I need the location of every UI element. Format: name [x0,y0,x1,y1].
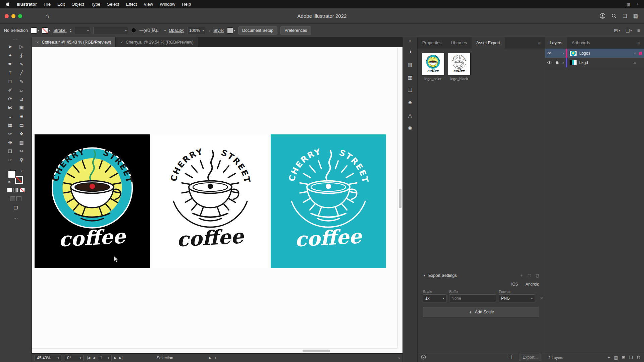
stroke-swatch[interactable]: ▾ [42,27,50,34]
expand-panels-icon[interactable]: » [409,39,411,44]
align-options-icon[interactable]: ❏▾ [626,28,632,33]
lock-icon[interactable] [554,61,560,65]
layer-thumbnail[interactable] [570,51,577,56]
export-button[interactable]: Export... [519,354,541,361]
eraser-tool[interactable]: ▱ [16,86,27,95]
menu-window[interactable]: Window [160,2,175,7]
pattern-panel-icon[interactable]: ▦ [405,72,415,82]
home-button[interactable]: ⌂ [42,11,52,21]
vertical-scrollbar[interactable] [397,47,402,348]
zoom-dropdown[interactable]: 45.43%▾ [35,355,61,361]
color-panel-icon[interactable]: ◑ [405,47,415,57]
horizontal-scrollbar-thumb[interactable] [303,350,330,352]
tab-asset-export[interactable]: Asset Export [472,37,505,49]
mesh-tool[interactable]: ▦ [4,121,16,129]
layer-name[interactable]: bkgd [579,60,632,65]
prev-artboard-icon[interactable]: ◀ [93,356,95,360]
display-status-icon[interactable]: ▥ [627,2,631,7]
rectangle-tool[interactable]: □ [4,77,16,86]
next-artboard-icon[interactable]: ▶ [114,356,117,360]
opacity-panel-link[interactable]: Opacity: [169,28,184,33]
default-fill-stroke-icon[interactable]: ▣ [8,180,11,183]
suffix-input[interactable] [449,294,496,302]
lasso-tool[interactable]: ∮ [16,51,27,60]
free-transform-tool[interactable]: ▣ [16,103,27,112]
horizontal-scrollbar[interactable] [32,348,397,353]
rotation-dropdown[interactable]: 0°▾ [65,355,84,361]
perspective-grid-tool[interactable]: ⊞ [16,112,27,121]
window-minimize-button[interactable] [11,14,15,18]
none-button[interactable] [20,188,25,192]
make-mask-icon[interactable]: ▧ [614,355,618,360]
visibility-eye-icon[interactable] [545,61,554,64]
column-graph-tool[interactable]: ▥ [16,138,27,147]
menu-file[interactable]: File [44,2,51,7]
color-button[interactable] [7,188,12,192]
duplicate-asset-icon[interactable]: ❐ [528,273,531,278]
layers-panel-menu-icon[interactable]: ≡ [633,37,644,49]
window-zoom-button[interactable] [18,14,22,18]
artboard-number-dropdown[interactable]: 1▾ [98,355,112,361]
platform-android-button[interactable]: Android [526,282,539,287]
scroll-left-icon[interactable]: ‹ [215,355,216,360]
artboard-teal[interactable] [271,134,386,268]
menu-select[interactable]: Select [107,2,119,7]
info-icon[interactable] [421,355,426,360]
width-tool[interactable]: ⋈ [4,103,16,112]
menu-app-name[interactable]: Illustrator [17,2,37,7]
export-settings-disclosure-icon[interactable]: ▼ [423,274,426,277]
gradient-tool[interactable]: ▤ [16,121,27,129]
close-tab-icon[interactable]: ✕ [120,41,123,44]
tab-artboards[interactable]: Artboards [567,37,595,49]
edit-toolbar-button[interactable]: ⋯ [13,215,18,221]
brush-definition-dropdown[interactable]: ▾ [93,27,128,34]
artboard-black[interactable] [35,134,150,268]
fill-indicator[interactable] [8,170,16,178]
appearance-panel-icon[interactable]: ✺ [405,123,415,133]
menu-help[interactable]: Help [182,2,191,7]
logo-white-artwork[interactable] [275,138,382,262]
control-panel-menu-icon[interactable]: ≡ [637,28,640,33]
new-sublayer-icon[interactable]: ⊞ [622,355,625,360]
asset-label[interactable]: logo_black [448,77,471,81]
symbol-sprayer-tool[interactable]: ❉ [4,138,16,147]
shape-builder-tool[interactable]: ◒ [4,112,16,121]
status-expand-icon[interactable]: ▶ [209,356,211,360]
magic-wand-tool[interactable]: ✦ [4,51,16,60]
doc-tab-coffee[interactable]: ✕ Coffee.ai* @ 45.43 % (RGB/Preview) [32,37,116,47]
add-asset-icon[interactable]: ＋ [519,273,524,279]
rotate-tool[interactable]: ⟳ [4,95,16,103]
menu-object[interactable]: Object [71,2,84,7]
asset-thumbnail-color[interactable] [423,53,443,75]
menu-effect[interactable]: Effect [126,2,137,7]
window-close-button[interactable] [5,14,9,18]
artboards-panel-icon[interactable]: ❏ [405,85,415,95]
artboard-tool[interactable]: ❏ [4,147,16,156]
layer-row-logos[interactable]: › Logos ○ [545,49,644,58]
tab-libraries[interactable]: Libraries [446,37,472,49]
slice-tool[interactable]: ✂ [16,147,27,156]
last-artboard-icon[interactable]: ▶| [119,356,122,360]
snap-options-icon[interactable]: ⊞▾ [614,28,620,33]
workspace-switcher-icon[interactable]: ▦ [633,13,638,19]
style-swatch-dropdown[interactable]: ▾ [227,27,235,34]
locate-object-icon[interactable]: ⌖ [608,355,610,360]
zoom-tool[interactable]: ⚲ [16,156,27,164]
asset-item-logo-color[interactable]: logo_color [422,53,444,81]
format-dropdown[interactable]: PNG▾ [499,294,535,302]
panel-menu-icon[interactable]: ≡ [534,37,545,49]
add-scale-button[interactable]: ＋ Add Scale [423,307,539,317]
paintbrush-tool[interactable]: ✎ [16,77,27,86]
direct-selection-tool[interactable]: ▷ [16,42,27,51]
selection-tool[interactable]: ➤ [4,42,16,51]
logo-black-artwork[interactable] [157,138,264,262]
new-layer-icon[interactable]: ❏ [629,355,633,360]
shaper-tool[interactable]: ✐ [4,86,16,95]
line-segment-tool[interactable]: ╱ [16,68,27,77]
expand-layer-icon[interactable]: › [560,60,566,65]
profile-icon[interactable] [600,13,605,19]
measure-panel-icon[interactable]: △ [405,110,415,120]
brush-dropdown-chevron-icon[interactable]: ▾ [164,29,166,32]
asset-item-logo-black[interactable]: logo_black [448,53,471,81]
apple-menu-icon[interactable] [5,2,10,7]
